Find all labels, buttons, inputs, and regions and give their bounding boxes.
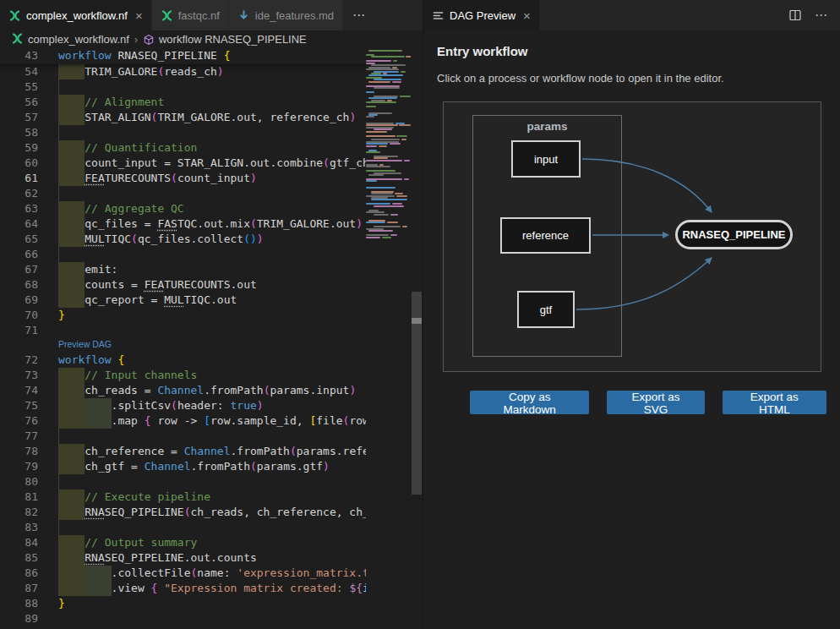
code-line[interactable]: 43workflow RNASEQ_PIPELINE { <box>0 48 366 63</box>
code-line[interactable]: 79ch_gtf = Channel.fromPath(params.gtf) <box>0 459 366 474</box>
code-line[interactable]: 84// Output summary <box>0 535 366 550</box>
code-line[interactable]: 78ch_reference = Channel.fromPath(params… <box>0 444 366 459</box>
code-line[interactable]: 83 <box>0 520 366 535</box>
line-number: 75 <box>0 398 38 413</box>
line-number: 88 <box>0 596 38 611</box>
node-input[interactable]: input <box>511 140 581 178</box>
line-number: 85 <box>0 550 38 566</box>
code-line[interactable]: 69qc_report = MULTIQC.out <box>0 293 366 308</box>
code-line[interactable]: 66 <box>0 247 366 262</box>
code-line[interactable]: 63// Aggregate QC <box>0 201 366 216</box>
export-svg-button[interactable]: Export as SVG <box>607 391 704 414</box>
preview-icon <box>432 9 445 22</box>
more-actions-icon[interactable]: ⋯ <box>815 8 828 23</box>
chevron-right-icon: › <box>134 34 138 46</box>
breadcrumb-symbol[interactable]: workflow RNASEQ_PIPELINE <box>159 33 307 46</box>
code-line[interactable]: 85RNASEQ_PIPELINE.out.counts <box>0 550 366 566</box>
code-area[interactable]: 54TRIM_GALORE(reads_ch)5556// Alignment5… <box>0 48 366 629</box>
code-line[interactable]: 62 <box>0 186 366 201</box>
code-line[interactable]: 74ch_reads = Channel.fromPath(params.inp… <box>0 383 366 398</box>
split-editor-icon[interactable] <box>788 8 802 22</box>
node-rnaseq-pipeline[interactable]: RNASEQ_PIPELINE <box>675 220 793 249</box>
code-line[interactable]: 56// Alignment <box>0 95 366 110</box>
line-number: 77 <box>0 429 38 444</box>
node-gtf[interactable]: gtf <box>517 291 575 328</box>
code-line[interactable]: 55 <box>0 79 366 95</box>
line-number: 61 <box>0 171 38 186</box>
nextflow-icon <box>161 9 173 22</box>
code-line[interactable]: 68counts = FEATURECOUNTS.out <box>0 277 366 293</box>
breadcrumb: complex_workflow.nf › workflow RNASEQ_PI… <box>0 30 423 48</box>
code-line[interactable]: 77 <box>0 429 366 444</box>
tab-ide-features[interactable]: ide_features.md <box>229 0 342 30</box>
code-line[interactable]: 75.splitCsv(header: true) <box>0 398 366 413</box>
tab-complex-workflow[interactable]: complex_workflow.nf × <box>0 0 151 30</box>
code-line[interactable]: 65MULTIQC(qc_files.collect()) <box>0 232 366 247</box>
code-editor[interactable]: 54TRIM_GALORE(reads_ch)5556// Alignment5… <box>0 48 423 629</box>
codelens-preview-dag[interactable]: Preview DAG <box>0 338 366 353</box>
tab-label: DAG Preview <box>450 9 515 22</box>
code-line[interactable]: 61FEATURECOUNTS(count_input) <box>0 171 366 186</box>
sticky-header[interactable]: 43workflow RNASEQ_PIPELINE { <box>0 48 366 64</box>
code-line[interactable]: 72workflow { <box>0 353 366 368</box>
code-line[interactable]: 87.view { "Expression matrix created: ${… <box>0 581 366 596</box>
tab-fastqc[interactable]: fastqc.nf <box>152 0 228 30</box>
code-line[interactable]: 86.collectFile(name: 'expression_matrix.… <box>0 566 366 581</box>
code-line[interactable]: 80 <box>0 474 366 490</box>
line-number: 55 <box>0 79 38 95</box>
line-number: 74 <box>0 383 38 398</box>
export-html-button[interactable]: Export as HTML <box>723 391 826 414</box>
code-line[interactable]: 57STAR_ALIGN(TRIM_GALORE.out, reference_… <box>0 110 366 125</box>
line-number: 59 <box>0 140 38 156</box>
line-number: 69 <box>0 293 38 308</box>
more-tabs-icon[interactable]: ⋯ <box>343 0 375 30</box>
code-line[interactable]: 73// Input channels <box>0 368 366 383</box>
overview-ruler-marker <box>412 318 422 324</box>
code-line[interactable]: 82RNASEQ_PIPELINE(ch_reads, ch_reference… <box>0 505 366 520</box>
line-number: 67 <box>0 262 38 277</box>
tab-label: fastqc.nf <box>178 9 220 22</box>
code-line[interactable]: 88} <box>0 596 366 611</box>
line-number: 80 <box>0 474 38 490</box>
line-number: 86 <box>0 566 38 581</box>
copy-markdown-button[interactable]: Copy as Markdown <box>470 391 589 414</box>
panel-tabbar: DAG Preview × ⋯ <box>423 0 840 30</box>
tab-dag-preview[interactable]: DAG Preview × <box>423 0 539 30</box>
code-line[interactable]: 70} <box>0 308 366 323</box>
dag-preview-panel: DAG Preview × ⋯ Entry workflow Click on … <box>423 0 840 629</box>
line-number: 71 <box>0 323 38 338</box>
line-number: 56 <box>0 95 38 110</box>
cluster-label: params <box>473 120 621 133</box>
line-number: 73 <box>0 368 38 383</box>
line-number: 89 <box>0 611 38 626</box>
panel-title: Entry workflow <box>437 44 826 59</box>
code-line[interactable]: 67emit: <box>0 262 366 277</box>
editor-group: complex_workflow.nf × fastqc.nf ide_feat… <box>0 0 423 629</box>
panel-content: Entry workflow Click on a process or wor… <box>423 30 840 629</box>
code-line[interactable]: 89 <box>0 611 366 626</box>
line-number: 78 <box>0 444 38 459</box>
close-icon[interactable]: × <box>135 9 143 22</box>
code-line[interactable]: 54TRIM_GALORE(reads_ch) <box>0 64 366 79</box>
dag-diagram: params input reference gtf RNASEQ_PIPELI… <box>443 101 821 372</box>
line-number: 60 <box>0 156 38 171</box>
code-line[interactable]: 59// Quantification <box>0 140 366 156</box>
node-reference[interactable]: reference <box>500 217 591 254</box>
code-line[interactable]: 64qc_files = FASTQC.out.mix(TRIM_GALORE.… <box>0 216 366 232</box>
code-line[interactable]: 71 <box>0 323 366 338</box>
line-number: 82 <box>0 505 38 520</box>
breadcrumb-file[interactable]: complex_workflow.nf <box>28 33 129 46</box>
line-number: 76 <box>0 413 38 429</box>
code-line[interactable]: 76.map { row -> [row.sample_id, [file(ro… <box>0 413 366 429</box>
panel-description: Click on a process or workflow node to o… <box>437 72 826 85</box>
code-line[interactable]: 60count_input = STAR_ALIGN.out.combine(g… <box>0 156 366 171</box>
line-number: 57 <box>0 110 38 125</box>
code-line[interactable]: 81// Execute pipeline <box>0 490 366 505</box>
code-lines: 54TRIM_GALORE(reads_ch)5556// Alignment5… <box>0 48 366 626</box>
line-number: 87 <box>0 581 38 596</box>
code-line[interactable]: 58 <box>0 125 366 140</box>
minimap[interactable] <box>364 48 411 247</box>
close-icon[interactable]: × <box>523 9 531 22</box>
scrollbar[interactable] <box>411 48 423 629</box>
line-number: 84 <box>0 535 38 550</box>
